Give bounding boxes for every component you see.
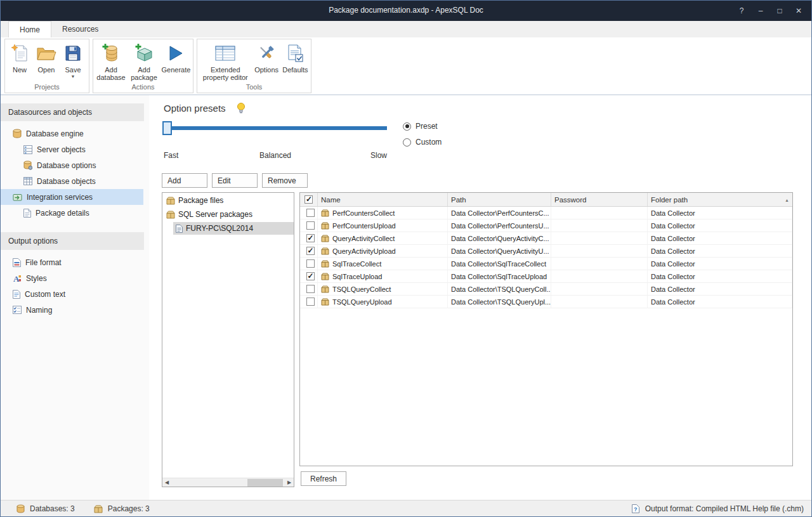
remove-button[interactable]: Remove [262,173,308,188]
tab-resources[interactable]: Resources [51,21,109,37]
add-package-button[interactable]: Add package [128,41,160,82]
sidebar-item-database-options[interactable]: Database options [0,157,143,173]
generate-button[interactable]: Generate [160,41,192,82]
tree-item-sql-server-packages[interactable]: SQL Server packages [162,208,294,221]
table-row[interactable]: QueryActivityUpload Data Collector\Query… [300,245,792,258]
sidebar-item-database-objects[interactable]: Database objects [0,173,143,189]
table-grid-icon [23,177,32,185]
server-document-icon [176,225,183,233]
output-format-text: Output format: Compiled HTML Help file (… [645,504,804,513]
new-button-label: New [13,66,27,74]
table-row[interactable]: SqlTraceUpload Data Collector\SqlTraceUp… [300,270,792,283]
table-row[interactable]: TSQLQueryCollect Data Collector\TSQLQuer… [300,283,792,296]
new-button[interactable]: New [6,41,33,82]
add-package-button-label: Add package [128,66,160,81]
sidebar-item-file-format[interactable]: File format [0,254,143,270]
table-row[interactable]: PerfCountersCollect Data Collector\PerfC… [300,207,792,219]
row-folder: Data Collector [648,270,792,282]
row-checkbox[interactable] [306,272,315,280]
sidebar-item-package-details[interactable]: Package details [0,205,143,221]
row-checkbox-cell[interactable] [300,232,318,244]
column-header-path[interactable]: Path [448,193,551,206]
sidebar-item-server-objects[interactable]: Server objects [0,141,143,157]
row-checkbox[interactable] [306,247,315,255]
row-checkbox-cell[interactable] [300,207,318,219]
open-button[interactable]: Open [33,41,60,82]
row-checkbox-cell[interactable] [300,245,318,257]
row-checkbox[interactable] [306,259,315,268]
row-checkbox-cell[interactable] [300,270,318,282]
options-button[interactable]: Options [252,41,281,82]
tree-item-package-files[interactable]: Package files [162,194,294,207]
close-button[interactable]: ✕ [789,0,808,21]
column-header-password[interactable]: Password [551,193,648,206]
row-name: QueryActivityUpload [332,247,396,255]
row-password [551,245,648,257]
sidebar-item-integration-services[interactable]: Integration services [0,189,143,205]
sidebar-item-custom-text[interactable]: Custom text [0,286,143,302]
sidebar-item-label: Naming [26,306,52,315]
radio-custom-circle[interactable] [403,138,411,147]
defaults-button[interactable]: Defaults [281,41,310,82]
horizontal-scrollbar[interactable]: ◀ ▶ [162,478,294,487]
column-header-folder-path[interactable]: Folder path [648,193,792,206]
save-button[interactable]: Save ▼ [60,41,86,82]
header-checkbox[interactable] [304,195,313,204]
row-checkbox-cell[interactable] [300,296,318,308]
custom-text-icon [13,290,20,299]
add-database-button[interactable]: Add database [95,41,128,82]
row-checkbox[interactable] [306,285,315,293]
svg-text:?: ? [634,506,638,513]
row-checkbox-cell[interactable] [300,283,318,295]
add-button[interactable]: Add [162,173,207,188]
row-path: Data Collector\QueryActivityU... [448,245,551,257]
header-checkbox-cell[interactable] [300,193,318,206]
table-row[interactable]: SqlTraceCollect Data Collector\SqlTraceC… [300,258,792,270]
row-password [551,296,648,308]
help-button[interactable]: ? [732,0,751,21]
section-header-output-options: Output options [1,232,144,250]
row-name: PerfCountersCollect [332,209,395,217]
table-row[interactable]: QueryActivityCollect Data Collector\Quer… [300,232,792,245]
scroll-left-icon[interactable]: ◀ [162,478,171,487]
sidebar-item-naming[interactable]: Naming [0,302,143,318]
row-checkbox[interactable] [306,221,315,230]
refresh-button[interactable]: Refresh [301,471,346,486]
radio-custom-label: Custom [416,138,442,147]
radio-custom[interactable]: Custom [403,138,442,147]
row-folder: Data Collector [648,219,792,232]
table-row[interactable]: PerfCountersUpload Data Collector\PerfCo… [300,219,792,232]
row-path: Data Collector\SqlTraceCollect [448,258,551,270]
scrollbar-thumb[interactable] [247,479,283,487]
sidebar-item-styles[interactable]: A Styles [0,270,143,286]
row-checkbox[interactable] [306,234,315,242]
row-checkbox[interactable] [306,209,315,217]
maximize-button[interactable]: □ [770,0,789,21]
ribbon: New Open Save ▼ Projects [0,37,812,95]
radio-preset[interactable]: Preset [403,122,438,131]
row-checkbox-cell[interactable] [300,219,318,232]
row-checkbox-cell[interactable] [300,258,318,270]
table-row[interactable]: TSQLQueryUpload Data Collector\TSQLQuery… [300,296,792,308]
status-bar: Databases: 3 Packages: 3 ? Output format… [0,500,812,517]
extended-property-editor-button[interactable]: Extended property editor [199,41,252,82]
lightbulb-icon[interactable] [237,102,246,114]
tab-home[interactable]: Home [8,21,51,37]
defaults-checklist-icon [286,42,304,65]
column-header-name[interactable]: Name [318,193,448,206]
minimize-button[interactable]: – [751,0,770,21]
sidebar-item-label: Integration services [27,193,93,202]
add-package-icon [134,42,154,65]
preset-slider-track[interactable] [164,126,387,130]
ribbon-tabs: Home Resources [0,21,812,37]
scroll-right-icon[interactable]: ▶ [285,478,294,487]
row-name: TSQLQueryCollect [332,285,391,293]
row-checkbox[interactable] [306,298,315,306]
radio-preset-circle[interactable] [403,122,411,131]
sidebar-item-database-engine[interactable]: Database engine [0,126,143,141]
extended-property-editor-label: Extended property editor [199,66,252,81]
preset-slider-handle[interactable] [162,121,172,135]
edit-button[interactable]: Edit [212,173,258,188]
tree-item-server-fury[interactable]: FURY-PC\SQL2014 [173,222,294,235]
package-icon [321,273,329,280]
